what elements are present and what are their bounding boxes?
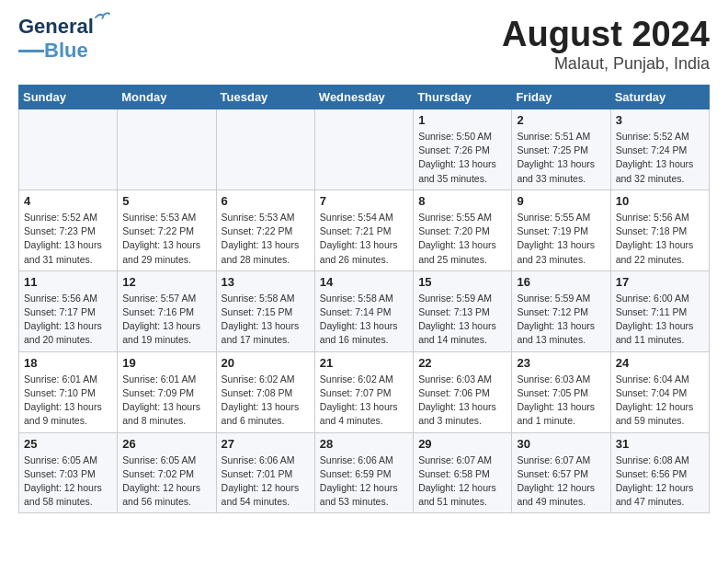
header-cell-saturday: Saturday — [610, 86, 709, 109]
day-cell: 20Sunrise: 6:02 AM Sunset: 7:08 PM Dayli… — [216, 351, 314, 432]
day-number: 11 — [24, 275, 112, 289]
day-cell: 27Sunrise: 6:06 AM Sunset: 7:01 PM Dayli… — [216, 432, 314, 513]
logo-blue: Blue — [44, 39, 88, 63]
day-number: 13 — [222, 275, 310, 289]
day-info: Sunrise: 5:50 AM Sunset: 7:26 PM Dayligh… — [418, 130, 506, 186]
day-number: 6 — [222, 194, 310, 208]
day-number: 28 — [320, 437, 408, 451]
day-info: Sunrise: 5:58 AM Sunset: 7:15 PM Dayligh… — [222, 292, 310, 348]
day-cell: 18Sunrise: 6:01 AM Sunset: 7:10 PM Dayli… — [19, 351, 118, 432]
day-cell: 25Sunrise: 6:05 AM Sunset: 7:03 PM Dayli… — [19, 432, 118, 513]
day-number: 30 — [517, 437, 605, 451]
day-cell: 30Sunrise: 6:07 AM Sunset: 6:57 PM Dayli… — [512, 432, 610, 513]
header-cell-friday: Friday — [512, 86, 610, 109]
week-row-4: 18Sunrise: 6:01 AM Sunset: 7:10 PM Dayli… — [19, 351, 710, 432]
calendar-table: SundayMondayTuesdayWednesdayThursdayFrid… — [18, 85, 710, 513]
calendar-header: SundayMondayTuesdayWednesdayThursdayFrid… — [19, 86, 710, 109]
logo: General Blue — [18, 15, 94, 63]
day-number: 10 — [616, 194, 704, 208]
day-number: 18 — [24, 356, 112, 370]
day-info: Sunrise: 5:57 AM Sunset: 7:16 PM Dayligh… — [122, 292, 210, 348]
day-number: 3 — [616, 113, 704, 127]
day-number: 12 — [122, 275, 210, 289]
day-number: 5 — [122, 194, 210, 208]
day-number: 23 — [517, 356, 605, 370]
day-number: 15 — [418, 275, 506, 289]
day-number: 4 — [24, 194, 112, 208]
day-cell: 15Sunrise: 5:59 AM Sunset: 7:13 PM Dayli… — [414, 270, 512, 351]
calendar-body: 1Sunrise: 5:50 AM Sunset: 7:26 PM Daylig… — [19, 109, 710, 513]
day-info: Sunrise: 6:01 AM Sunset: 7:10 PM Dayligh… — [24, 373, 112, 429]
day-cell: 9Sunrise: 5:55 AM Sunset: 7:19 PM Daylig… — [512, 190, 610, 270]
day-number: 20 — [222, 356, 310, 370]
day-number: 2 — [517, 113, 605, 127]
day-number: 26 — [122, 437, 210, 451]
day-cell — [19, 109, 118, 190]
day-number: 31 — [616, 437, 704, 451]
day-cell: 23Sunrise: 6:03 AM Sunset: 7:05 PM Dayli… — [512, 351, 610, 432]
day-number: 7 — [320, 194, 408, 208]
day-cell: 13Sunrise: 5:58 AM Sunset: 7:15 PM Dayli… — [216, 270, 314, 351]
day-info: Sunrise: 6:05 AM Sunset: 7:02 PM Dayligh… — [122, 454, 210, 510]
day-cell: 31Sunrise: 6:08 AM Sunset: 6:56 PM Dayli… — [610, 432, 709, 513]
week-row-2: 4Sunrise: 5:52 AM Sunset: 7:23 PM Daylig… — [19, 190, 710, 270]
day-cell: 16Sunrise: 5:59 AM Sunset: 7:12 PM Dayli… — [512, 270, 610, 351]
day-info: Sunrise: 5:56 AM Sunset: 7:17 PM Dayligh… — [24, 292, 112, 348]
day-info: Sunrise: 6:07 AM Sunset: 6:58 PM Dayligh… — [418, 454, 506, 510]
day-cell: 4Sunrise: 5:52 AM Sunset: 7:23 PM Daylig… — [19, 190, 118, 270]
day-cell — [314, 109, 413, 190]
header-cell-monday: Monday — [118, 86, 216, 109]
day-number: 1 — [418, 113, 506, 127]
week-row-5: 25Sunrise: 6:05 AM Sunset: 7:03 PM Dayli… — [19, 432, 710, 513]
day-cell: 10Sunrise: 5:56 AM Sunset: 7:18 PM Dayli… — [610, 190, 709, 270]
day-number: 29 — [418, 437, 506, 451]
day-cell: 12Sunrise: 5:57 AM Sunset: 7:16 PM Dayli… — [118, 270, 216, 351]
day-cell: 14Sunrise: 5:58 AM Sunset: 7:14 PM Dayli… — [314, 270, 413, 351]
day-number: 9 — [517, 194, 605, 208]
day-cell: 2Sunrise: 5:51 AM Sunset: 7:25 PM Daylig… — [512, 109, 610, 190]
day-info: Sunrise: 6:06 AM Sunset: 6:59 PM Dayligh… — [320, 454, 408, 510]
title-block: August 2024 Malaut, Punjab, India — [502, 15, 710, 74]
day-number: 16 — [517, 275, 605, 289]
day-cell: 19Sunrise: 6:01 AM Sunset: 7:09 PM Dayli… — [118, 351, 216, 432]
day-info: Sunrise: 6:04 AM Sunset: 7:04 PM Dayligh… — [616, 373, 704, 429]
header-row: SundayMondayTuesdayWednesdayThursdayFrid… — [19, 86, 710, 109]
day-cell: 1Sunrise: 5:50 AM Sunset: 7:26 PM Daylig… — [414, 109, 512, 190]
day-info: Sunrise: 6:02 AM Sunset: 7:08 PM Dayligh… — [222, 373, 310, 429]
day-number: 19 — [122, 356, 210, 370]
day-number: 8 — [418, 194, 506, 208]
day-cell — [118, 109, 216, 190]
week-row-1: 1Sunrise: 5:50 AM Sunset: 7:26 PM Daylig… — [19, 109, 710, 190]
page-header: General Blue August 2024 Malaut, Punjab,… — [18, 15, 710, 74]
day-cell: 17Sunrise: 6:00 AM Sunset: 7:11 PM Dayli… — [610, 270, 709, 351]
day-info: Sunrise: 5:52 AM Sunset: 7:23 PM Dayligh… — [24, 211, 112, 267]
day-info: Sunrise: 6:07 AM Sunset: 6:57 PM Dayligh… — [517, 454, 605, 510]
day-cell: 11Sunrise: 5:56 AM Sunset: 7:17 PM Dayli… — [19, 270, 118, 351]
day-info: Sunrise: 5:56 AM Sunset: 7:18 PM Dayligh… — [616, 211, 704, 267]
location-title: Malaut, Punjab, India — [502, 54, 710, 74]
day-info: Sunrise: 6:05 AM Sunset: 7:03 PM Dayligh… — [24, 454, 112, 510]
day-info: Sunrise: 5:55 AM Sunset: 7:19 PM Dayligh… — [517, 211, 605, 267]
day-info: Sunrise: 5:54 AM Sunset: 7:21 PM Dayligh… — [320, 211, 408, 267]
logo-bird-icon — [94, 9, 110, 26]
week-row-3: 11Sunrise: 5:56 AM Sunset: 7:17 PM Dayli… — [19, 270, 710, 351]
day-cell: 26Sunrise: 6:05 AM Sunset: 7:02 PM Dayli… — [118, 432, 216, 513]
header-cell-wednesday: Wednesday — [314, 86, 413, 109]
day-number: 25 — [24, 437, 112, 451]
day-cell: 6Sunrise: 5:53 AM Sunset: 7:22 PM Daylig… — [216, 190, 314, 270]
day-cell — [216, 109, 314, 190]
month-year-title: August 2024 — [502, 15, 710, 54]
header-cell-sunday: Sunday — [19, 86, 118, 109]
logo-general: General — [18, 15, 94, 38]
day-info: Sunrise: 6:03 AM Sunset: 7:06 PM Dayligh… — [418, 373, 506, 429]
day-cell: 8Sunrise: 5:55 AM Sunset: 7:20 PM Daylig… — [414, 190, 512, 270]
day-info: Sunrise: 5:53 AM Sunset: 7:22 PM Dayligh… — [122, 211, 210, 267]
day-number: 24 — [616, 356, 704, 370]
day-info: Sunrise: 6:08 AM Sunset: 6:56 PM Dayligh… — [616, 454, 704, 510]
day-info: Sunrise: 6:01 AM Sunset: 7:09 PM Dayligh… — [122, 373, 210, 429]
day-info: Sunrise: 5:53 AM Sunset: 7:22 PM Dayligh… — [222, 211, 310, 267]
day-info: Sunrise: 6:03 AM Sunset: 7:05 PM Dayligh… — [517, 373, 605, 429]
day-info: Sunrise: 5:58 AM Sunset: 7:14 PM Dayligh… — [320, 292, 408, 348]
day-number: 14 — [320, 275, 408, 289]
day-info: Sunrise: 5:59 AM Sunset: 7:12 PM Dayligh… — [517, 292, 605, 348]
